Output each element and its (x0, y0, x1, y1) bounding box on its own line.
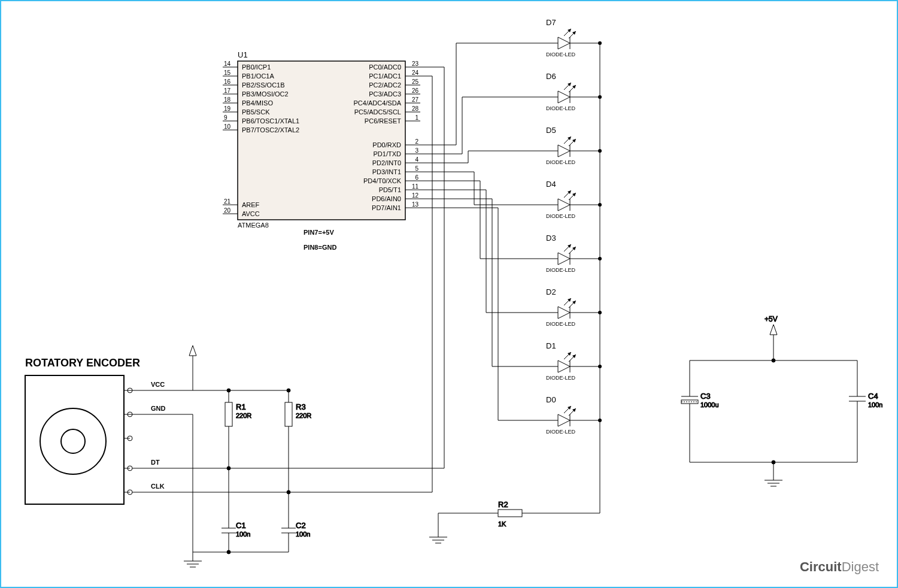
svg-text:D4: D4 (546, 180, 556, 189)
svg-text:15: 15 (224, 69, 231, 76)
svg-text:R1: R1 (236, 402, 246, 411)
led-D4: D4 DIODE-LED (546, 180, 602, 219)
svg-text:PD0/RXD: PD0/RXD (372, 141, 401, 148)
svg-text:1: 1 (415, 114, 418, 121)
svg-text:20: 20 (224, 207, 231, 214)
svg-text:DT: DT (151, 459, 160, 466)
svg-text:PC6/RESET: PC6/RESET (365, 117, 401, 125)
svg-point-211 (227, 389, 230, 392)
svg-rect-200 (225, 402, 232, 426)
svg-text:23: 23 (412, 60, 419, 67)
svg-text:16: 16 (224, 78, 231, 85)
svg-text:5: 5 (415, 165, 418, 172)
svg-marker-104 (558, 145, 570, 157)
svg-marker-235 (770, 325, 777, 335)
svg-text:C3: C3 (700, 392, 711, 401)
led-D7: D7 DIODE-LED (546, 18, 602, 57)
svg-text:PIN8=GND: PIN8=GND (304, 244, 336, 251)
svg-marker-159 (558, 414, 570, 426)
svg-text:26: 26 (412, 87, 419, 94)
svg-point-212 (287, 389, 290, 392)
svg-text:PB1/OC1A: PB1/OC1A (242, 72, 274, 80)
led-D1: D1 DIODE-LED (546, 341, 602, 381)
svg-text:DIODE-LED: DIODE-LED (546, 213, 576, 219)
svg-marker-115 (558, 199, 570, 211)
svg-marker-93 (558, 91, 570, 103)
svg-text:28: 28 (412, 105, 419, 112)
svg-text:DIODE-LED: DIODE-LED (546, 429, 576, 435)
svg-marker-198 (189, 345, 196, 356)
svg-text:6: 6 (415, 174, 418, 181)
svg-text:2: 2 (415, 138, 418, 145)
svg-text:+5V: +5V (764, 315, 778, 323)
svg-text:C4: C4 (868, 392, 878, 401)
svg-text:AREF: AREF (242, 201, 260, 208)
svg-text:DIODE-LED: DIODE-LED (546, 159, 576, 165)
svg-text:PB3/MOSI/OC2: PB3/MOSI/OC2 (242, 90, 289, 98)
svg-text:DIODE-LED: DIODE-LED (546, 267, 576, 273)
svg-marker-82 (558, 37, 570, 49)
watermark: CircuitDigest (800, 559, 879, 575)
svg-text:D5: D5 (546, 126, 556, 135)
svg-text:D0: D0 (546, 395, 556, 404)
svg-text:14: 14 (224, 60, 231, 67)
svg-text:1000u: 1000u (700, 401, 719, 408)
svg-text:GND: GND (151, 405, 166, 412)
svg-rect-205 (285, 402, 292, 426)
svg-text:9: 9 (224, 114, 227, 121)
svg-point-180 (40, 408, 106, 474)
svg-rect-170 (498, 510, 522, 517)
svg-text:11: 11 (412, 183, 419, 190)
svg-text:D6: D6 (546, 72, 556, 81)
svg-text:PD5/T1: PD5/T1 (379, 186, 401, 193)
svg-text:100n: 100n (868, 401, 882, 408)
svg-text:DIODE-LED: DIODE-LED (546, 321, 576, 327)
led-D2: D2 DIODE-LED (546, 287, 602, 327)
svg-text:PB2/SS/OC1B: PB2/SS/OC1B (242, 81, 285, 89)
svg-text:3: 3 (415, 147, 418, 154)
svg-marker-137 (558, 307, 570, 319)
svg-text:220R: 220R (236, 412, 251, 419)
svg-text:100n: 100n (296, 531, 310, 538)
svg-text:DIODE-LED: DIODE-LED (546, 105, 576, 111)
svg-text:PB5/SCK: PB5/SCK (242, 108, 270, 116)
rotary-encoder: ROTATORY ENCODER VCC GND DT CLK (25, 357, 166, 504)
led-column: D7 DIODE-LED D6 DIODE-LED D5 DIODE-LED D… (546, 18, 602, 435)
encoder-net: R1 220R R3 220R C1 100n C2 100n (130, 345, 311, 567)
svg-text:1K: 1K (498, 520, 506, 528)
svg-text:ROTATORY ENCODER: ROTATORY ENCODER (25, 357, 140, 369)
svg-text:ATMEGA8: ATMEGA8 (238, 222, 269, 229)
svg-text:PD6/AIN0: PD6/AIN0 (372, 195, 401, 202)
svg-text:PB4/MISO: PB4/MISO (242, 99, 273, 107)
svg-text:DIODE-LED: DIODE-LED (546, 375, 576, 381)
svg-text:PC0/ADC0: PC0/ADC0 (369, 63, 401, 71)
svg-text:19: 19 (224, 105, 231, 112)
svg-text:DIODE-LED: DIODE-LED (546, 51, 576, 57)
svg-text:D1: D1 (546, 341, 556, 350)
svg-text:R2: R2 (498, 500, 508, 509)
svg-text:U1: U1 (238, 50, 248, 59)
svg-text:PB0/ICP1: PB0/ICP1 (242, 63, 271, 71)
svg-text:PD7/AIN1: PD7/AIN1 (372, 204, 401, 211)
svg-text:PD1/TXD: PD1/TXD (374, 150, 402, 157)
svg-text:R3: R3 (296, 402, 306, 411)
svg-marker-148 (558, 360, 570, 372)
svg-text:PB6/TOSC1/XTAL1: PB6/TOSC1/XTAL1 (242, 117, 299, 125)
svg-text:PC1/ADC1: PC1/ADC1 (369, 72, 401, 80)
svg-text:10: 10 (224, 123, 231, 130)
svg-point-228 (227, 550, 230, 554)
led-bus: R2 1K (429, 43, 600, 543)
svg-text:100n: 100n (236, 531, 250, 538)
svg-text:D2: D2 (546, 287, 556, 296)
svg-text:PC4/ADC4/SDA: PC4/ADC4/SDA (354, 99, 402, 107)
svg-text:D7: D7 (546, 18, 556, 27)
svg-text:12: 12 (412, 192, 419, 199)
svg-text:17: 17 (224, 87, 231, 94)
svg-text:C1: C1 (236, 521, 246, 530)
svg-text:PC2/ADC2: PC2/ADC2 (369, 81, 401, 89)
svg-text:18: 18 (224, 96, 231, 103)
svg-text:13: 13 (412, 201, 419, 208)
svg-text:CLK: CLK (151, 483, 165, 490)
svg-text:PC5/ADC5/SCL: PC5/ADC5/SCL (354, 108, 401, 116)
led-D3: D3 DIODE-LED (546, 234, 602, 273)
